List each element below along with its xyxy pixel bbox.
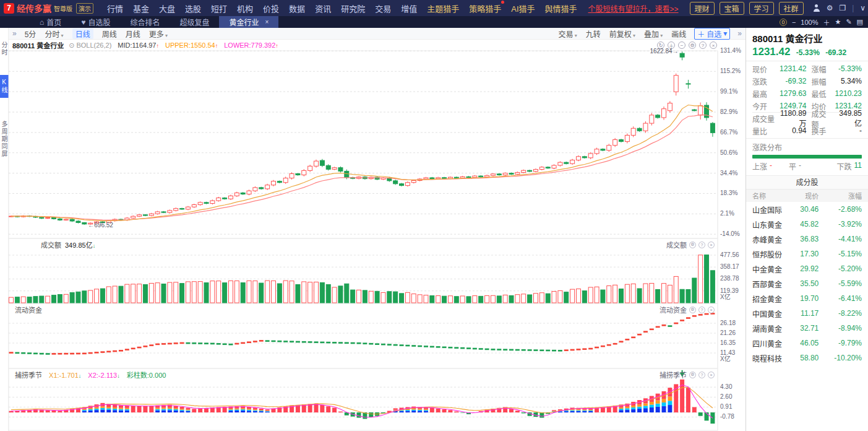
logo-text: 经传多赢: [17, 2, 51, 14]
menu-item-增值[interactable]: 增值: [401, 2, 417, 14]
table-row[interactable]: 湖南黄金32.71-8.94%: [746, 321, 868, 336]
table-row[interactable]: 赤峰黄金36.83-4.41%: [746, 232, 868, 246]
stat-label: 涨幅: [812, 64, 833, 74]
top-menubar: 7 经传多赢 智尊版 演示 行情基金大盘选股短打机构价投数据资讯研究院交易增值 …: [0, 0, 868, 16]
menu-item-数据[interactable]: 数据: [289, 2, 305, 14]
settings-icon[interactable]: ⚙: [689, 307, 696, 313]
close-icon[interactable]: ×: [708, 307, 715, 313]
stat-label: 振幅: [812, 76, 833, 87]
stat-row: 最高1279.63最低1210.23: [752, 87, 862, 100]
constituents-table: 名称现价涨幅 山金国际30.46-2.68%山东黄金45.82-3.92%赤峰黄…: [746, 189, 868, 365]
settings-icon[interactable]: ⚙: [689, 372, 696, 378]
tab-label: 黄金行业: [229, 17, 259, 27]
menu-item-大盘[interactable]: 大盘: [159, 2, 175, 14]
menu-item-研究院[interactable]: 研究院: [341, 2, 365, 14]
zoom-in-button[interactable]: ＋: [823, 17, 830, 27]
stat-label: 最低: [812, 89, 833, 99]
svg-text:2.60: 2.60: [720, 393, 733, 400]
stat-row: 涨跌-69.32振幅5.34%: [752, 75, 862, 87]
menu-item-交易[interactable]: 交易: [375, 2, 391, 14]
学习-button[interactable]: 学习: [749, 2, 774, 15]
table-row[interactable]: 西部黄金35.50-5.59%: [746, 276, 868, 291]
volume-panel-controls: 成交额 ⚙ ? ×: [666, 240, 715, 250]
distribution-bar: [752, 155, 862, 159]
close-icon[interactable]: ×: [708, 372, 715, 378]
tab-自选股[interactable]: ♥自选股: [71, 16, 120, 28]
svg-text:477.56: 477.56: [720, 251, 739, 258]
table-row[interactable]: 中金黄金29.92-5.20%: [746, 261, 868, 276]
help-icon[interactable]: ?: [698, 307, 705, 313]
stat-row: 量比0.94换手-: [752, 124, 862, 137]
menu-item-AI猎手[interactable]: AI猎手: [511, 2, 535, 14]
pencil-icon[interactable]: ✎: [846, 18, 851, 26]
user-icon[interactable]: [813, 4, 820, 12]
menu-item-选股[interactable]: 选股: [185, 2, 201, 14]
stat-value: -5.33%: [833, 64, 862, 73]
funds-panel-controls: 流动资金 ⚙ ? ×: [660, 305, 715, 315]
main-menu: 行情基金大盘选股短打机构价投数据资讯研究院交易增值: [102, 2, 422, 14]
table-row[interactable]: 招金黄金19.70-6.41%: [746, 291, 868, 306]
col-header[interactable]: 名称: [746, 189, 791, 202]
svg-text:26.18: 26.18: [720, 320, 736, 326]
table-row[interactable]: 恒邦股份17.30-5.15%: [746, 246, 868, 261]
menu-item-主题猎手[interactable]: 主题猎手: [427, 2, 459, 14]
layout-icon[interactable]: ❐: [839, 4, 846, 12]
tab-黄金行业[interactable]: 黄金行业×: [219, 16, 278, 28]
table-row[interactable]: 山东黄金45.82-3.92%: [746, 217, 868, 232]
divider: |: [852, 4, 854, 12]
table-row[interactable]: 中国黄金11.17-8.22%: [746, 306, 868, 321]
season-panel-header: 捕捞季节 X1:-1.701↓ X2:-2.113↓ 彩柱数:0.000: [15, 370, 166, 380]
svg-text:X亿: X亿: [720, 293, 731, 300]
stat-label: 成交量: [752, 113, 777, 124]
table-row[interactable]: 晓程科技58.80-10.20%: [746, 350, 868, 365]
distribution-counts: 上涨- 平- 下跌11: [752, 161, 862, 172]
menu-item-短打[interactable]: 短打: [211, 2, 227, 14]
help-icon[interactable]: ?: [698, 372, 705, 378]
zoom-out-button[interactable]: −: [792, 19, 796, 26]
stats-grid: 现价1231.42涨幅-5.33%涨跌-69.32振幅5.34%最高1279.6…: [746, 61, 868, 139]
volume-panel-header: 成交额349.85亿↓: [41, 240, 95, 250]
coin-icon[interactable]: 0: [780, 19, 787, 26]
tab-超级复盘[interactable]: 超级复盘: [170, 16, 219, 28]
chart-area: 分时K线多周期同屏 » 5分分时 ▾日线周线月线更多 ▾ 交易 ▾九转前复权 ▾…: [0, 28, 746, 431]
zoom-controls: 0 − 100% ＋ ★ ✎ ▤: [780, 16, 863, 28]
menu-item-舆情猎手[interactable]: 舆情猎手: [545, 2, 577, 14]
menu-item-价投[interactable]: 价投: [263, 2, 279, 14]
宝箱-button[interactable]: 宝箱: [720, 2, 744, 15]
star-icon[interactable]: ★: [835, 18, 841, 26]
tab-综合排名[interactable]: 综合排名: [120, 16, 170, 28]
menu-item-策略猎手[interactable]: 策略猎手: [469, 2, 501, 14]
menu-item-机构[interactable]: 机构: [237, 2, 253, 14]
close-icon[interactable]: ×: [708, 242, 715, 248]
stat-row: 成交量1180.89万成交额349.85亿: [752, 112, 862, 124]
stat-value: 0.94: [777, 126, 812, 135]
tab-bar: ⌂首页♥自选股综合排名超级复盘黄金行业× 0 − 100% ＋ ★ ✎ ▤: [0, 16, 868, 28]
menu-item-行情[interactable]: 行情: [107, 2, 123, 14]
svg-text:238.78: 238.78: [720, 275, 739, 282]
svg-text:131.4%: 131.4%: [720, 47, 741, 54]
chevron-down-icon[interactable]: ∨: [860, 4, 866, 12]
社群-button[interactable]: 社群: [779, 2, 804, 15]
funds-panel-header: 流动资金: [15, 305, 42, 315]
help-icon[interactable]: ?: [698, 242, 705, 248]
tab-首页[interactable]: ⌂首页: [30, 16, 71, 28]
tab-label: 首页: [46, 17, 61, 27]
heart-icon: ♥: [81, 18, 85, 27]
distribution-section: 涨跌分布 上涨- 平- 下跌11: [746, 139, 868, 176]
col-header[interactable]: 涨幅: [825, 189, 868, 202]
col-header[interactable]: 现价: [791, 189, 825, 202]
promo-link[interactable]: 个股短线有望拉升，速看>>: [588, 3, 679, 14]
settings-icon[interactable]: ⚙: [689, 242, 696, 248]
list-icon[interactable]: ▤: [857, 18, 863, 26]
gear-icon[interactable]: ⚙: [827, 4, 833, 12]
stat-label: 换手: [812, 126, 833, 136]
table-row[interactable]: 四川黄金46.05-9.79%: [746, 336, 868, 350]
tab-close-icon[interactable]: ×: [265, 19, 269, 25]
stat-label: 今开: [752, 101, 777, 111]
理财-button[interactable]: 理财: [690, 2, 715, 15]
tab-label: 综合排名: [130, 17, 160, 27]
quick-buttons: 理财宝箱学习社群: [685, 2, 804, 15]
menu-item-资讯[interactable]: 资讯: [315, 2, 331, 14]
table-row[interactable]: 山金国际30.46-2.68%: [746, 202, 868, 217]
menu-item-基金[interactable]: 基金: [133, 2, 149, 14]
